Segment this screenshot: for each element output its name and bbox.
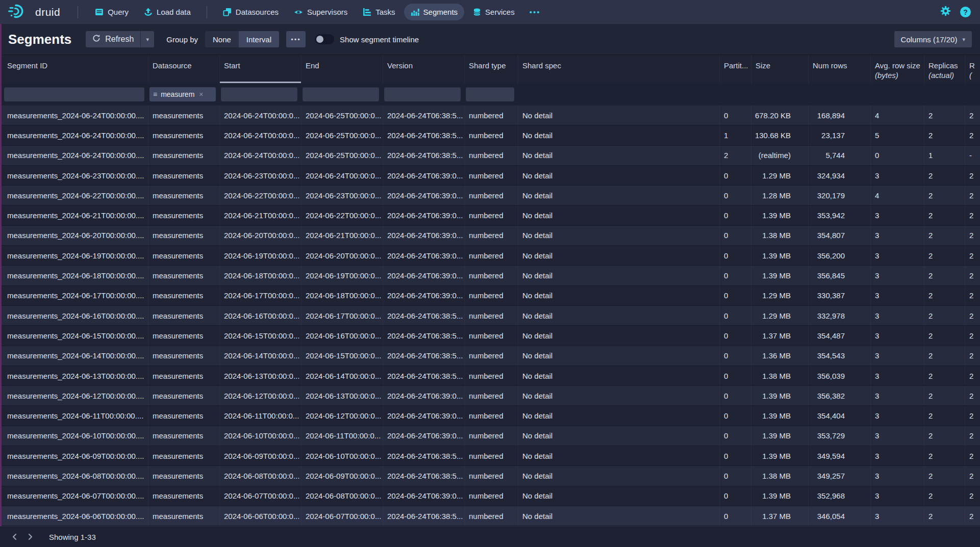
cell-shard-spec[interactable]: No detail [518,326,720,345]
cell-datasource[interactable]: measurements [148,266,220,285]
cell-datasource[interactable]: measurements [148,486,220,506]
cell-r[interactable]: 2 [965,125,980,145]
cell-shard-spec[interactable]: No detail [518,346,720,366]
cell-shard-spec[interactable]: No detail [518,186,720,205]
table-row[interactable]: measurements_2024-06-10T00:00:00....meas… [0,426,980,446]
cell-size[interactable]: 1.39 MB [751,446,809,465]
cell-num-rows[interactable]: 353,729 [809,426,871,446]
cell-replicas[interactable]: 1 [924,146,965,165]
cell-segment-id[interactable]: measurements_2024-06-09T00:00:00.... [3,446,148,465]
cell-end[interactable]: 2024-06-15T00:00:0... [301,346,383,366]
cell-r[interactable]: 2 [965,266,980,285]
cell-datasource[interactable]: measurements [148,386,220,405]
cell-avg-row-size[interactable]: 3 [871,266,924,285]
cell-start[interactable]: 2024-06-10T00:00:0... [220,426,301,446]
cell-replicas[interactable]: 2 [924,286,965,305]
column-header-avg-row-size[interactable]: Avg. row size(bytes) [871,55,924,83]
cell-partit[interactable]: 0 [720,286,751,305]
refresh-button[interactable]: Refresh [86,31,140,47]
group-by-none-button[interactable]: None [205,31,239,47]
cell-start[interactable]: 2024-06-16T00:00:0... [220,306,301,325]
cell-num-rows[interactable]: 168,894 [809,106,871,125]
cell-version[interactable]: 2024-06-24T06:38:5... [383,125,465,145]
table-row[interactable]: measurements_2024-06-21T00:00:00....meas… [0,205,980,225]
cell-num-rows[interactable]: 354,404 [809,406,871,425]
cell-avg-row-size[interactable]: 3 [871,306,924,325]
cell-partit[interactable]: 2 [720,146,751,165]
cell-datasource[interactable]: measurements [148,346,220,366]
cell-datasource[interactable]: measurements [148,426,220,446]
cell-shard-type[interactable]: numbered [465,266,518,285]
table-row[interactable]: measurements_2024-06-13T00:00:00....meas… [0,366,980,386]
cell-replicas[interactable]: 2 [924,466,965,485]
cell-r[interactable]: - [965,146,980,165]
cell-start[interactable]: 2024-06-06T00:00:0... [220,506,301,526]
cell-version[interactable]: 2024-06-24T06:39:0... [383,186,465,205]
cell-size[interactable]: 1.39 MB [751,205,809,225]
column-header-version[interactable]: Version [383,55,465,83]
table-row[interactable]: measurements_2024-06-07T00:00:00....meas… [0,486,980,506]
cell-end[interactable]: 2024-06-19T00:00:0... [301,266,383,285]
filter-input-end[interactable] [303,87,379,101]
cell-size[interactable]: 1.28 MB [751,186,809,205]
cell-partit[interactable]: 0 [720,366,751,385]
cell-avg-row-size[interactable]: 3 [871,426,924,446]
cell-version[interactable]: 2024-06-24T06:38:5... [383,326,465,345]
cell-r[interactable]: 2 [965,106,980,125]
cell-end[interactable]: 2024-06-14T00:00:0... [301,366,383,385]
cell-version[interactable]: 2024-06-24T06:38:5... [383,346,465,366]
cell-shard-spec[interactable]: No detail [518,246,720,265]
cell-datasource[interactable]: measurements [148,446,220,465]
cell-shard-type[interactable]: numbered [465,106,518,125]
cell-end[interactable]: 2024-06-24T00:00:0... [301,166,383,185]
cell-partit[interactable]: 0 [720,205,751,225]
cell-avg-row-size[interactable]: 3 [871,226,924,245]
cell-shard-type[interactable]: numbered [465,306,518,325]
filter-input-version[interactable] [384,87,461,101]
cell-datasource[interactable]: measurements [148,106,220,125]
nav-item-supervisors[interactable]: Supervisors [287,4,354,21]
cell-num-rows[interactable]: 23,137 [809,125,871,145]
cell-end[interactable]: 2024-06-13T00:00:0... [301,386,383,405]
cell-partit[interactable]: 0 [720,386,751,405]
cell-replicas[interactable]: 2 [924,266,965,285]
cell-shard-spec[interactable]: No detail [518,466,720,485]
cell-end[interactable]: 2024-06-21T00:00:0... [301,226,383,245]
cell-end[interactable]: 2024-06-25T00:00:0... [301,125,383,145]
cell-shard-type[interactable]: numbered [465,506,518,526]
cell-num-rows[interactable]: 332,978 [809,306,871,325]
cell-segment-id[interactable]: measurements_2024-06-15T00:00:00.... [3,326,148,345]
cell-segment-id[interactable]: measurements_2024-06-12T00:00:00.... [3,386,148,405]
cell-r[interactable]: 2 [965,166,980,185]
column-header-r[interactable]: R( [965,55,980,83]
cell-partit[interactable]: 0 [720,306,751,325]
cell-num-rows[interactable]: 349,257 [809,466,871,485]
table-row[interactable]: measurements_2024-06-24T00:00:00....meas… [0,106,980,125]
cell-replicas[interactable]: 2 [924,486,965,506]
nav-item-tasks[interactable]: Tasks [356,4,401,20]
filter-input-segment-id[interactable] [4,87,144,101]
cell-shard-type[interactable]: numbered [465,246,518,265]
cell-start[interactable]: 2024-06-11T00:00:0... [220,406,301,425]
cell-num-rows[interactable]: 356,382 [809,386,871,405]
cell-shard-spec[interactable]: No detail [518,506,720,526]
cell-version[interactable]: 2024-06-24T06:39:0... [383,426,465,446]
cell-datasource[interactable]: measurements [148,286,220,305]
cell-segment-id[interactable]: measurements_2024-06-24T00:00:00.... [3,125,148,145]
column-header-replicas[interactable]: Replicas(actual) [924,55,965,83]
cell-segment-id[interactable]: measurements_2024-06-08T00:00:00.... [3,466,148,485]
cell-segment-id[interactable]: measurements_2024-06-20T00:00:00.... [3,226,148,245]
cell-version[interactable]: 2024-06-24T06:39:0... [383,266,465,285]
cell-shard-type[interactable]: numbered [465,125,518,145]
cell-shard-type[interactable]: numbered [465,346,518,366]
cell-size[interactable]: 1.36 MB [751,346,809,366]
cell-replicas[interactable]: 2 [924,106,965,125]
cell-shard-spec[interactable]: No detail [518,266,720,285]
cell-end[interactable]: 2024-06-09T00:00:0... [301,466,383,485]
cell-r[interactable]: 2 [965,386,980,405]
cell-size[interactable]: 130.68 KB [751,125,809,145]
cell-r[interactable]: 2 [965,486,980,506]
cell-partit[interactable]: 0 [720,446,751,465]
cell-datasource[interactable]: measurements [148,506,220,526]
cell-avg-row-size[interactable]: 4 [871,106,924,125]
